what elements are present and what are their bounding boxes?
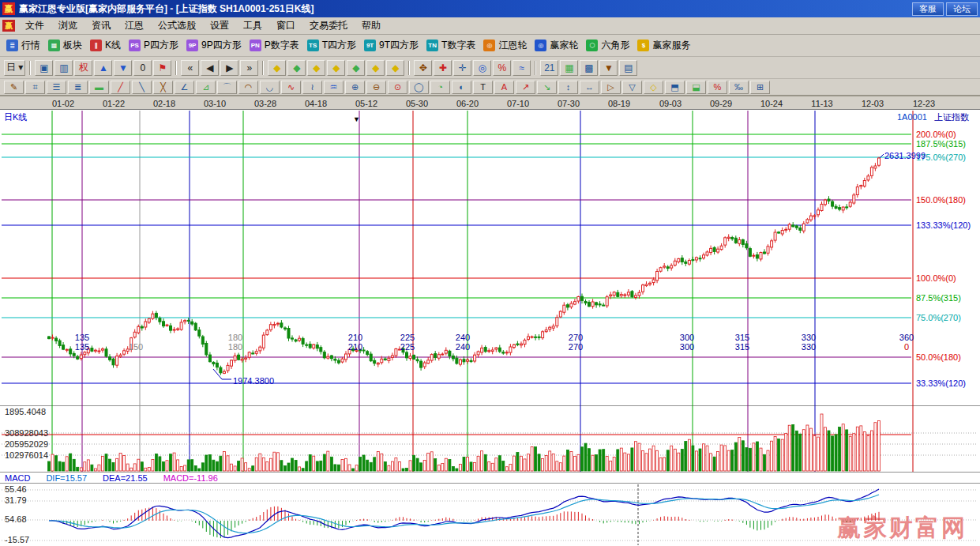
price-chart-pane[interactable] <box>0 110 980 406</box>
menu-item-江恩[interactable]: 江恩 <box>118 17 151 35</box>
gann-diamond-4-button[interactable]: ◆ <box>366 60 385 76</box>
label-tool[interactable]: A <box>494 81 514 94</box>
hatch-tool[interactable]: ⌗ <box>25 81 45 94</box>
first-bar-button[interactable]: « <box>181 60 199 76</box>
menu-item-交易委托[interactable]: 交易委托 <box>302 17 355 35</box>
macd-indicator-name[interactable]: MACD <box>5 473 30 483</box>
menu-item-文件[interactable]: 文件 <box>18 17 51 35</box>
macd-scale-label: 54.68 <box>5 514 27 524</box>
diamond-left-button[interactable]: ◆ <box>287 60 306 76</box>
arrow-horizontal-tool[interactable]: ↔ <box>580 81 599 94</box>
gann-diamond-5-button[interactable]: ◆ <box>386 60 404 76</box>
text-tool[interactable]: T <box>473 81 493 94</box>
grid-button[interactable]: ▦ <box>560 60 578 76</box>
macd-pane[interactable] <box>0 484 980 546</box>
restore-rights-button[interactable]: 权 <box>74 60 92 76</box>
forum-button[interactable]: 论坛 <box>946 2 978 16</box>
wave-button[interactable]: ≈ <box>513 60 531 76</box>
arrow-up-right-tool[interactable]: ↗ <box>516 81 535 94</box>
zoom-button[interactable]: ◎ <box>473 60 491 76</box>
menu-item-窗口[interactable]: 窗口 <box>269 17 302 35</box>
flag-right-tool[interactable]: ▷ <box>601 81 621 94</box>
angle-tool[interactable]: ∠ <box>175 81 194 94</box>
box-bottom-tool[interactable]: ⬓ <box>686 81 706 94</box>
permille-tool[interactable]: ‰ <box>729 81 749 94</box>
arrow-vertical-tool[interactable]: ↕ <box>558 81 578 94</box>
circle-minus-tool[interactable]: ⊖ <box>366 81 386 94</box>
cross-lines-tool[interactable]: ╳ <box>153 81 173 94</box>
gann-diamond-3-button[interactable]: ◆ <box>327 60 345 76</box>
scroll-down-button[interactable]: ▼ <box>114 60 132 76</box>
quotes-button[interactable]: ≣行情 <box>3 37 45 54</box>
flag-button[interactable]: ⚑ <box>153 60 171 76</box>
cycles-tool[interactable]: ♒ <box>324 81 344 94</box>
hand-tool-button[interactable]: ✥ <box>414 60 432 76</box>
menu-item-工具[interactable]: 工具 <box>236 17 269 35</box>
add-button[interactable]: ✚ <box>434 60 452 76</box>
menu-item-设置[interactable]: 设置 <box>203 17 236 35</box>
diamond-right-button[interactable]: ◆ <box>347 60 365 76</box>
zero-button[interactable]: 0 <box>133 60 152 76</box>
window-tile-button[interactable]: ▣ <box>35 60 53 76</box>
box-top-tool[interactable]: ⬒ <box>665 81 685 94</box>
next-bar-button[interactable]: ▶ <box>220 60 238 76</box>
fall-line-tool[interactable]: ╲ <box>132 81 152 94</box>
volume-scale-label: 205952029 <box>5 439 48 449</box>
gann-diamond-1-button[interactable]: ◆ <box>268 60 286 76</box>
bowl-tool[interactable]: ◡ <box>260 81 280 94</box>
winner-service-button[interactable]: $赢家服务 <box>634 37 695 54</box>
half-circle-tool[interactable]: ◐ <box>452 81 471 94</box>
menu-item-资讯[interactable]: 资讯 <box>84 17 118 35</box>
arc-tool[interactable]: ⌒ <box>217 81 237 94</box>
scroll-up-button[interactable]: ▲ <box>94 60 112 76</box>
panel-button[interactable]: ▩ <box>580 60 598 76</box>
winner-wheel-button[interactable]: ◎赢家轮 <box>531 37 583 54</box>
p-number-button[interactable]: PNP数字表 <box>246 37 304 54</box>
gann-diamond-2-button[interactable]: ◆ <box>307 60 325 76</box>
pencil-tool[interactable]: ✎ <box>4 81 24 94</box>
menu-logo-icon: 赢 <box>2 20 15 32</box>
gann-wheel-button[interactable]: ◎江恩轮 <box>480 37 531 54</box>
menu-item-帮助[interactable]: 帮助 <box>355 17 388 35</box>
toolbar-separator <box>175 61 177 75</box>
sectors-button[interactable]: ▦板块 <box>45 37 87 54</box>
info-panel-button[interactable]: ▥ <box>54 60 73 76</box>
sine-tool[interactable]: ∿ <box>281 81 301 94</box>
menu-item-浏览[interactable]: 浏览 <box>51 17 84 35</box>
hexagon-button[interactable]: ⬡六角形 <box>583 37 634 54</box>
macd-dif-value: DIF=15.57 <box>46 473 87 483</box>
indicator-21-button[interactable]: 21 <box>540 60 558 76</box>
flag-down-tool[interactable]: ▽ <box>622 81 642 94</box>
hlines-tool[interactable]: ☰ <box>47 81 66 94</box>
rise-line-tool[interactable]: ╱ <box>111 81 130 94</box>
p-square-button[interactable]: PSP四方形 <box>126 37 183 54</box>
export-button[interactable]: ▤ <box>619 60 637 76</box>
arrow-down-right-tool[interactable]: ↘ <box>537 81 557 94</box>
wave2-tool[interactable]: ≀ <box>302 81 322 94</box>
circle-plus-tool[interactable]: ⊕ <box>345 81 365 94</box>
t-square-button[interactable]: TST四方形 <box>304 37 361 54</box>
customer-service-button[interactable]: 客服 <box>912 2 944 16</box>
save-layout-button[interactable]: ▼ <box>599 60 618 76</box>
volume-pane[interactable] <box>0 406 980 473</box>
prev-bar-button[interactable]: ◀ <box>201 60 219 76</box>
dense-lines-tool[interactable]: ≣ <box>68 81 88 94</box>
t-number-button[interactable]: TNT数字表 <box>423 37 480 54</box>
circle-tool[interactable]: ◯ <box>409 81 429 94</box>
triangle-tool[interactable]: ⊿ <box>196 81 216 94</box>
period-selector[interactable]: 日 ▾ <box>4 60 25 76</box>
grid-plus-tool[interactable]: ⊞ <box>750 81 770 94</box>
menu-item-公式选股[interactable]: 公式选股 <box>151 17 203 35</box>
kline-button[interactable]: ∥K线 <box>87 37 126 54</box>
diamond-outline-tool[interactable]: ◇ <box>644 81 663 94</box>
dot-circle-tool[interactable]: ⊙ <box>388 81 407 94</box>
arch-tool[interactable]: ◠ <box>238 81 258 94</box>
t9-square-button[interactable]: 9T9T四方形 <box>361 37 423 54</box>
band-tool[interactable]: ▬ <box>89 81 109 94</box>
crosshair-button[interactable]: ✛ <box>453 60 471 76</box>
quarter-circle-tool[interactable]: ◔ <box>430 81 450 94</box>
last-bar-button[interactable]: » <box>240 60 258 76</box>
p9-square-button[interactable]: 9P9P四方形 <box>183 37 246 54</box>
percent-button[interactable]: % <box>493 60 511 76</box>
percent-lines-tool[interactable]: % <box>708 81 727 94</box>
